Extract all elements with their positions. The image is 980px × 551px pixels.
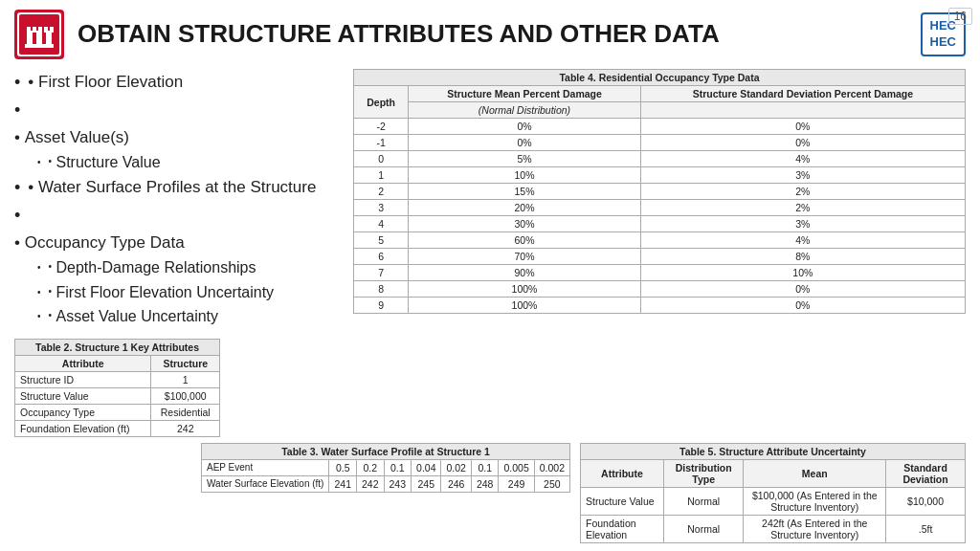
table-row: 9100%0% — [354, 298, 966, 314]
table-row: 560%4% — [354, 232, 966, 249]
table5-title: Table 5. Structure Attribute Uncertainty — [581, 443, 966, 459]
table4: Table 4. Residential Occupancy Type Data… — [353, 69, 966, 314]
table4-header-stddev: Structure Standard Deviation Percent Dam… — [640, 86, 965, 102]
table-row: 215%2% — [354, 184, 966, 200]
table-row: AEP Event 0.5 0.2 0.1 0.04 0.02 0.1 0.00… — [202, 459, 570, 475]
table5-header-attr: Attribute — [581, 459, 664, 487]
bullet-list: • First Floor Elevation • Asset Value(s)… — [14, 69, 340, 329]
table5-header-stddev: Standard Deviation — [886, 459, 966, 487]
svg-rect-3 — [27, 31, 33, 44]
table-row: Structure Value Normal $100,000 (As Ente… — [581, 487, 966, 515]
table5-header-dist: Distribution Type — [663, 459, 743, 487]
svg-rect-5 — [46, 31, 52, 44]
page-title: OBTAIN STRUCTURE ATTRIBUTES AND OTHER DA… — [78, 20, 921, 49]
army-logo — [14, 10, 64, 59]
table-row: Foundation Elevation (ft) 242 — [15, 420, 220, 436]
bullet-item-2: • Asset Value(s) • Structure Value — [14, 97, 340, 175]
table-row: Structure Value $100,000 — [15, 387, 220, 404]
table5-container: Table 5. Structure Attribute Uncertainty… — [580, 443, 966, 543]
table4-subheader-normal: (Normal Distribution) — [409, 102, 641, 119]
svg-rect-9 — [44, 27, 48, 33]
table-row: 670%8% — [354, 249, 966, 265]
table-row: 05%4% — [354, 151, 966, 167]
table2-header-attr: Attribute — [15, 355, 151, 371]
table3-title: Table 3. Water Surface Profile at Struct… — [202, 443, 570, 459]
table5: Table 5. Structure Attribute Uncertainty… — [580, 443, 966, 543]
table5-header-mean: Mean — [744, 459, 886, 487]
table4-header-mean: Structure Mean Percent Damage — [409, 86, 641, 102]
table4-subheader-empty — [640, 102, 965, 119]
table2-header-struct: Structure — [151, 355, 220, 371]
svg-rect-11 — [25, 44, 54, 48]
table3: Table 3. Water Surface Profile at Struct… — [201, 443, 570, 493]
svg-rect-8 — [38, 27, 42, 33]
sub-bullet-4: • Asset Value Uncertainty — [37, 304, 274, 329]
svg-rect-4 — [36, 31, 42, 44]
table-row: 8100%0% — [354, 281, 966, 298]
right-column: Table 4. Residential Occupancy Type Data… — [353, 69, 966, 437]
table2-container: Table 2. Structure 1 Key Attributes Attr… — [14, 339, 340, 437]
sub-bullet-2: • Depth-Damage Relationships — [37, 255, 274, 280]
table-row: 320%2% — [354, 200, 966, 216]
bullet-item-3: • Water Surface Profiles at the Structur… — [14, 174, 340, 202]
table-row: -20%0% — [354, 119, 966, 135]
table-row: 430%3% — [354, 216, 966, 232]
table-row: Water Surface Elevation (ft) 241 242 243… — [202, 475, 570, 492]
table-row: -10%0% — [354, 135, 966, 151]
svg-rect-10 — [50, 27, 54, 33]
table3-container: Table 3. Water Surface Profile at Struct… — [201, 443, 570, 543]
table-row: 790%10% — [354, 265, 966, 281]
table2: Table 2. Structure 1 Key Attributes Attr… — [14, 339, 220, 437]
table4-container: Table 4. Residential Occupancy Type Data… — [353, 69, 966, 314]
page-header: OBTAIN STRUCTURE ATTRIBUTES AND OTHER DA… — [0, 0, 980, 67]
table-row: 110%3% — [354, 167, 966, 184]
svg-rect-6 — [27, 27, 31, 33]
slide-number: 16 — [948, 8, 972, 25]
sub-bullet-1: • Structure Value — [37, 150, 161, 175]
table-row: Foundation Elevation Normal 242ft (As En… — [581, 515, 966, 542]
svg-rect-7 — [33, 27, 36, 33]
bullet-item-1: • First Floor Elevation — [14, 69, 340, 97]
sub-bullet-3: • First Floor Elevation Uncertainty — [37, 280, 274, 305]
table2-title: Table 2. Structure 1 Key Attributes — [15, 339, 220, 355]
left-column: • First Floor Elevation • Asset Value(s)… — [14, 69, 340, 437]
table4-title: Table 4. Residential Occupancy Type Data — [354, 70, 966, 86]
table-row: Occupancy Type Residential — [15, 404, 220, 420]
bullet-item-4: • Occupancy Type Data • Depth-Damage Rel… — [14, 202, 340, 329]
table4-header-depth: Depth — [354, 86, 409, 119]
table-row: Structure ID 1 — [15, 371, 220, 387]
